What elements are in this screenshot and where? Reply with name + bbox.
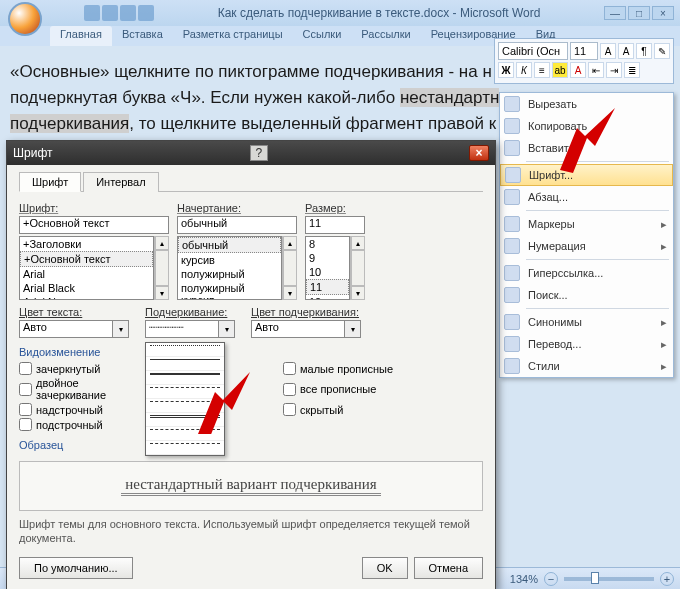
font-size-input[interactable] — [570, 42, 598, 60]
maximize-button[interactable]: □ — [628, 6, 650, 20]
effects-label: Видоизменение — [19, 346, 483, 358]
size-label: Размер: — [305, 202, 365, 214]
save-icon[interactable] — [84, 5, 100, 21]
font-dialog-icon — [505, 167, 521, 183]
indent-inc-icon[interactable]: ⇥ — [606, 62, 622, 78]
styles-icon — [504, 358, 520, 374]
redo-icon[interactable] — [120, 5, 136, 21]
chk-strike[interactable]: зачеркнутый — [19, 362, 131, 375]
zoom-value: 134% — [510, 573, 538, 585]
sample-area: нестандартный вариант подчеркивания — [19, 461, 483, 511]
office-button[interactable] — [8, 2, 42, 36]
numbering-icon — [504, 238, 520, 254]
translate-icon — [504, 336, 520, 352]
mini-toolbar: A A ¶ ✎ Ж К ≡ ab A ⇤ ⇥ ≣ — [494, 38, 674, 84]
ctx-font[interactable]: Шрифт... — [500, 164, 673, 186]
scrollbar[interactable]: ▴▾ — [154, 236, 169, 300]
zoom-slider[interactable] — [564, 577, 654, 581]
doc-line: «Основные» щелкните по пиктограмме подче… — [10, 62, 492, 81]
title-bar: Как сделать подчеркивание в тексте.docx … — [0, 0, 680, 26]
ctx-lookup[interactable]: Поиск... — [500, 284, 673, 306]
sample-label: Образец — [19, 439, 483, 451]
ctx-styles[interactable]: Стили▸ — [500, 355, 673, 377]
style-label: Начертание: — [177, 202, 297, 214]
undo-icon[interactable] — [102, 5, 118, 21]
scrollbar[interactable]: ▴▾ — [282, 236, 297, 300]
ctx-translate[interactable]: Перевод...▸ — [500, 333, 673, 355]
font-color-icon[interactable]: A — [570, 62, 586, 78]
bullets-icon — [504, 216, 520, 232]
ctx-paste[interactable]: Вставить — [500, 137, 673, 159]
indent-dec-icon[interactable]: ⇤ — [588, 62, 604, 78]
underline-dropdown[interactable] — [145, 342, 225, 456]
font-dialog: Шрифт ? × Шрифт Интервал Шрифт: +Основно… — [6, 140, 496, 589]
close-button[interactable]: × — [652, 6, 674, 20]
doc-selection: нестандартн — [400, 88, 499, 107]
quick-access-toolbar — [84, 5, 154, 21]
copy-icon — [504, 118, 520, 134]
chk-super[interactable]: надстрочный — [19, 403, 131, 416]
ctx-bullets[interactable]: Маркеры▸ — [500, 213, 673, 235]
style-textbox[interactable]: обычный — [177, 216, 297, 234]
hyperlink-icon — [504, 265, 520, 281]
chk-hidden[interactable]: скрытый — [283, 403, 483, 416]
qat-more-icon[interactable] — [138, 5, 154, 21]
context-menu: Вырезать Копировать Вставить Шрифт... Аб… — [499, 92, 674, 378]
chk-sub[interactable]: подстрочный — [19, 418, 131, 431]
ctx-synonyms[interactable]: Синонимы▸ — [500, 311, 673, 333]
bullets-icon[interactable]: ≣ — [624, 62, 640, 78]
sample-text: нестандартный вариант подчеркивания — [121, 476, 380, 496]
grow-font-icon[interactable]: A — [600, 43, 616, 59]
zoom-out-button[interactable]: − — [544, 572, 558, 586]
size-textbox[interactable]: 11 — [305, 216, 365, 234]
default-button[interactable]: По умолчанию... — [19, 557, 133, 579]
zoom-in-button[interactable]: + — [660, 572, 674, 586]
italic-icon[interactable]: К — [516, 62, 532, 78]
underline-color-label: Цвет подчеркивания: — [251, 306, 361, 318]
chk-allcaps[interactable]: все прописные — [283, 377, 483, 401]
underline-label: Подчеркивание: — [145, 306, 235, 318]
doc-line: , то щелкните выделенный фрагмент правой… — [129, 114, 496, 133]
search-icon — [504, 287, 520, 303]
font-textbox[interactable]: +Основной текст — [19, 216, 169, 234]
shrink-font-icon[interactable]: A — [618, 43, 634, 59]
font-name-input[interactable] — [498, 42, 568, 60]
synonyms-icon — [504, 314, 520, 330]
size-listbox[interactable]: 8 9 10 11 12 — [305, 236, 350, 300]
chk-smallcaps[interactable]: малые прописные — [283, 362, 483, 375]
ctx-paragraph[interactable]: Абзац... — [500, 186, 673, 208]
styles-icon[interactable]: ¶ — [636, 43, 652, 59]
font-color-combo[interactable]: Авто▾ — [19, 320, 129, 338]
dialog-title-bar[interactable]: Шрифт ? × — [7, 141, 495, 165]
scrollbar[interactable]: ▴▾ — [350, 236, 365, 300]
underline-color-combo[interactable]: Авто▾ — [251, 320, 361, 338]
tab-mailings[interactable]: Рассылки — [351, 26, 420, 46]
ctx-copy[interactable]: Копировать — [500, 115, 673, 137]
tab-layout[interactable]: Разметка страницы — [173, 26, 293, 46]
format-painter-icon[interactable]: ✎ — [654, 43, 670, 59]
hint-text: Шрифт темы для основного текста. Использ… — [19, 517, 483, 545]
cancel-button[interactable]: Отмена — [414, 557, 483, 579]
dialog-help-button[interactable]: ? — [250, 145, 268, 161]
style-listbox[interactable]: обычный курсив полужирный полужирный кур… — [177, 236, 282, 300]
chk-dstrike[interactable]: двойное зачеркивание — [19, 377, 131, 401]
align-center-icon[interactable]: ≡ — [534, 62, 550, 78]
font-color-label: Цвет текста: — [19, 306, 129, 318]
ctx-cut[interactable]: Вырезать — [500, 93, 673, 115]
dlg-tab-spacing[interactable]: Интервал — [83, 172, 158, 192]
ctx-numbering[interactable]: Нумерация▸ — [500, 235, 673, 257]
minimize-button[interactable]: — — [604, 6, 626, 20]
dlg-tab-font[interactable]: Шрифт — [19, 172, 81, 192]
bold-icon[interactable]: Ж — [498, 62, 514, 78]
font-listbox[interactable]: +Заголовки +Основной текст Arial Arial B… — [19, 236, 154, 300]
tab-refs[interactable]: Ссылки — [293, 26, 352, 46]
paragraph-icon — [504, 189, 520, 205]
ctx-hyperlink[interactable]: Гиперссылка... — [500, 262, 673, 284]
dialog-close-button[interactable]: × — [469, 145, 489, 161]
tab-home[interactable]: Главная — [50, 26, 112, 46]
font-label: Шрифт: — [19, 202, 169, 214]
underline-combo[interactable]: ┈┈┈┈┈▾ — [145, 320, 235, 338]
highlight-icon[interactable]: ab — [552, 62, 568, 78]
tab-insert[interactable]: Вставка — [112, 26, 173, 46]
ok-button[interactable]: OK — [362, 557, 408, 579]
